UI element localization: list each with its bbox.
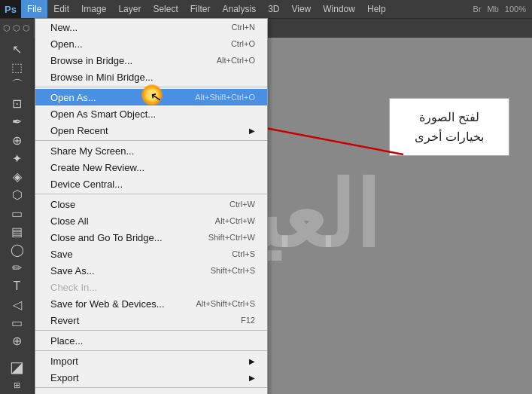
tooltip-line2: بخيارات أخرى: [415, 130, 483, 143]
import-arrow: ▶: [249, 357, 255, 365]
menu-new[interactable]: New... Ctrl+N: [35, 19, 267, 35]
menu-open-as[interactable]: Open As... Alt+Shift+Ctrl+O: [35, 89, 267, 105]
menu-edit[interactable]: Edit: [47, 0, 75, 18]
menu-open-shortcut: Ctrl+O: [231, 39, 255, 48]
menu-filter[interactable]: Filter: [184, 0, 217, 18]
separator-2: [35, 140, 267, 141]
tool-heal[interactable]: ⊕: [5, 132, 29, 148]
menu-device-central-label: Device Central...: [50, 179, 123, 190]
ps-logo: Ps: [0, 0, 21, 18]
tool-mode[interactable]: ⊞: [5, 377, 29, 394]
tool-pen[interactable]: ✏: [5, 260, 29, 276]
menu-browse-bridge-shortcut: Alt+Ctrl+O: [217, 56, 255, 65]
zoom-level: 100%: [505, 5, 526, 14]
menu-device-central[interactable]: Device Central...: [35, 176, 267, 192]
menu-select[interactable]: Select: [147, 0, 184, 18]
tool-eraser[interactable]: ▭: [5, 205, 29, 221]
menu-import-label: Import: [50, 356, 78, 367]
menu-export[interactable]: Export ▶: [35, 369, 267, 386]
tool-fg-bg[interactable]: ◪: [5, 358, 29, 376]
menu-close-shortcut: Ctrl+W: [230, 200, 255, 209]
menu-view[interactable]: View: [285, 0, 317, 18]
tool-eyedropper[interactable]: ✒: [5, 114, 29, 130]
menu-analysis[interactable]: Analysis: [216, 0, 262, 18]
menu-open-recent[interactable]: Open Recent ▶: [35, 122, 267, 139]
menu-create-review[interactable]: Create New Review...: [35, 159, 267, 176]
export-arrow: ▶: [249, 374, 255, 382]
tool-select[interactable]: ⬚: [5, 59, 29, 75]
menu-close-all-shortcut: Alt+Ctrl+W: [215, 216, 255, 225]
menu-close[interactable]: Close Ctrl+W: [35, 196, 267, 212]
tool-gradient[interactable]: ▤: [5, 223, 29, 240]
menu-close-go-bridge-label: Close and Go To Bridge...: [50, 232, 163, 243]
menu-open[interactable]: Open... Ctrl+O: [35, 35, 267, 52]
menu-import[interactable]: Import ▶: [35, 353, 267, 369]
menu-save-web-label: Save for Web & Devices...: [50, 298, 165, 310]
menu-open-smart-object-label: Open As Smart Object...: [50, 108, 156, 120]
menu-3d[interactable]: 3D: [262, 0, 285, 18]
menu-automate[interactable]: Automate ▶: [35, 389, 267, 394]
menu-share[interactable]: Share My Screen...: [35, 142, 267, 159]
tool-dodge[interactable]: ◯: [5, 241, 29, 258]
menu-layer[interactable]: Layer: [112, 0, 147, 18]
menu-bar: Ps File Edit Image Layer Select Filter A…: [0, 0, 532, 18]
menu-share-label: Share My Screen...: [50, 145, 134, 157]
tool-clone[interactable]: ◈: [5, 169, 29, 185]
tooltip-box: لفتح الصورة بخيارات أخرى: [389, 98, 509, 156]
menu-browse-bridge[interactable]: Browse in Bridge... Alt+Ctrl+O: [35, 52, 267, 69]
menu-close-all-label: Close All: [50, 215, 89, 227]
menu-open-smart-object[interactable]: Open As Smart Object...: [35, 105, 267, 122]
menu-open-recent-label: Open Recent: [50, 125, 108, 136]
menu-new-label: New...: [50, 22, 78, 33]
tool-move[interactable]: ↖: [5, 41, 29, 57]
menu-file[interactable]: File: [21, 0, 47, 18]
menu-save-as[interactable]: Save As... Shift+Ctrl+S: [35, 262, 267, 279]
menu-close-go-bridge-shortcut: Shift+Ctrl+W: [208, 233, 255, 242]
open-recent-arrow: ▶: [249, 127, 255, 135]
tool-history[interactable]: ⬡: [5, 187, 29, 203]
menu-save-as-shortcut: Shift+Ctrl+S: [211, 266, 255, 275]
tools-panel: ↖ ⬚ ⌒ ⊡ ✒ ⊕ ✦ ◈ ⬡ ▭ ▤ ◯ ✏ T ◁ ▭ ⊕ ◪ ⊞: [0, 38, 35, 394]
menu-place[interactable]: Place...: [35, 332, 267, 349]
tool-lasso[interactable]: ⌒: [5, 77, 29, 93]
menu-place-label: Place...: [50, 335, 83, 347]
menu-save-web[interactable]: Save for Web & Devices... Alt+Shift+Ctrl…: [35, 295, 267, 312]
menu-browse-mini-bridge-label: Browse in Mini Bridge...: [50, 72, 154, 83]
menu-new-shortcut: Ctrl+N: [232, 23, 255, 32]
separator-3: [35, 194, 267, 194]
menu-revert-shortcut: F12: [241, 316, 255, 325]
menu-open-label: Open...: [50, 38, 83, 50]
tooltip-line1: لفتح الصورة: [419, 111, 479, 124]
tool-path[interactable]: ◁: [5, 296, 29, 313]
separator-1: [35, 87, 267, 87]
menu-image[interactable]: Image: [75, 0, 112, 18]
tool-shape[interactable]: ▭: [5, 314, 29, 331]
tool-crop[interactable]: ⊡: [5, 96, 29, 112]
tool-zoom[interactable]: ⊕: [5, 333, 29, 350]
menu-help[interactable]: Help: [361, 0, 392, 18]
separator-5: [35, 350, 267, 351]
menu-check-in-label: Check In...: [50, 282, 97, 293]
menu-save-shortcut: Ctrl+S: [232, 249, 255, 258]
menu-check-in: Check In...: [35, 279, 267, 295]
menu-revert-label: Revert: [50, 315, 79, 326]
separator-4: [35, 330, 267, 331]
mb-icon: Mb: [488, 5, 499, 14]
separator-6: [35, 387, 267, 388]
menu-close-all[interactable]: Close All Alt+Ctrl+W: [35, 212, 267, 229]
menu-window[interactable]: Window: [317, 0, 361, 18]
menu-save-web-shortcut: Alt+Shift+Ctrl+S: [196, 299, 255, 308]
menu-open-as-shortcut: Alt+Shift+Ctrl+O: [195, 93, 255, 102]
menu-export-label: Export: [50, 372, 79, 383]
tool-brush[interactable]: ✦: [5, 150, 29, 166]
menu-save-as-label: Save As...: [50, 265, 95, 276]
tool-type[interactable]: T: [5, 278, 29, 295]
menu-browse-mini-bridge[interactable]: Browse in Mini Bridge...: [35, 69, 267, 85]
menu-create-review-label: Create New Review...: [50, 162, 144, 173]
toolbar-right: Br Mb 100%: [473, 5, 532, 14]
menu-save[interactable]: Save Ctrl+S: [35, 246, 267, 262]
menu-save-label: Save: [50, 249, 73, 260]
menu-close-go-bridge[interactable]: Close and Go To Bridge... Shift+Ctrl+W: [35, 229, 267, 246]
menu-revert[interactable]: Revert F12: [35, 312, 267, 328]
menu-close-label: Close: [50, 199, 75, 210]
